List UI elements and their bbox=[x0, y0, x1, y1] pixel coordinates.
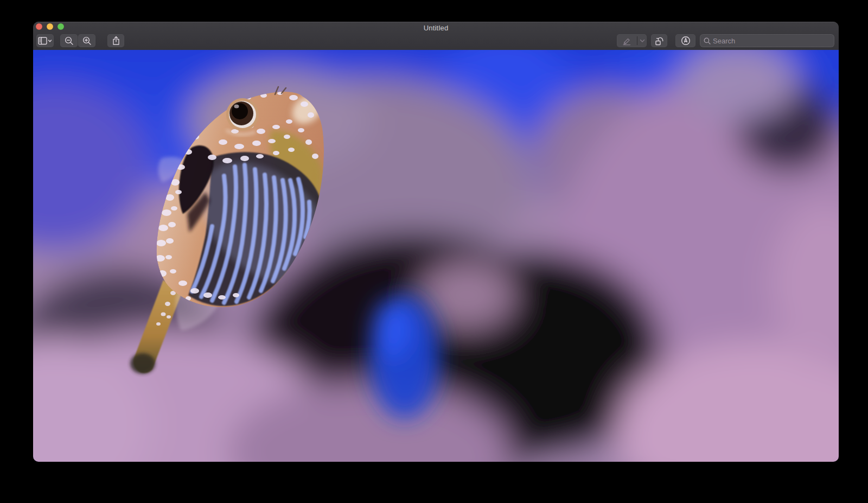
fish-eye bbox=[226, 98, 259, 131]
photo-canvas bbox=[33, 50, 839, 462]
zoom-out-button[interactable] bbox=[60, 34, 78, 47]
chevron-down-icon bbox=[640, 39, 645, 43]
highlighter-segment[interactable] bbox=[617, 36, 637, 46]
highlight-dropdown[interactable] bbox=[637, 39, 647, 43]
highlight-tool-button[interactable] bbox=[617, 34, 647, 47]
highlighter-icon bbox=[622, 36, 631, 46]
sidebar-icon bbox=[38, 36, 52, 46]
share-button[interactable] bbox=[107, 34, 124, 47]
share-icon bbox=[112, 36, 120, 46]
zoom-out-icon bbox=[65, 36, 74, 46]
markup-pen-icon bbox=[681, 36, 691, 46]
pufferfish-photo bbox=[33, 50, 839, 462]
magnifier-icon bbox=[704, 37, 711, 44]
screenshot-stage: Untitled bbox=[0, 0, 868, 503]
preview-window: Untitled bbox=[33, 22, 839, 462]
chevron-down-icon bbox=[49, 40, 52, 42]
rotate-left-button[interactable] bbox=[651, 34, 667, 47]
search-input[interactable] bbox=[713, 37, 834, 45]
search-field[interactable] bbox=[700, 34, 834, 47]
titlebar: Untitled bbox=[33, 22, 839, 50]
markup-toolbar-button[interactable] bbox=[675, 34, 695, 47]
rotate-left-icon bbox=[654, 36, 665, 46]
window-title: Untitled bbox=[33, 24, 839, 32]
zoom-in-icon bbox=[82, 36, 92, 46]
sidebar-toggle-button[interactable] bbox=[36, 34, 54, 47]
zoom-in-button[interactable] bbox=[78, 34, 95, 47]
